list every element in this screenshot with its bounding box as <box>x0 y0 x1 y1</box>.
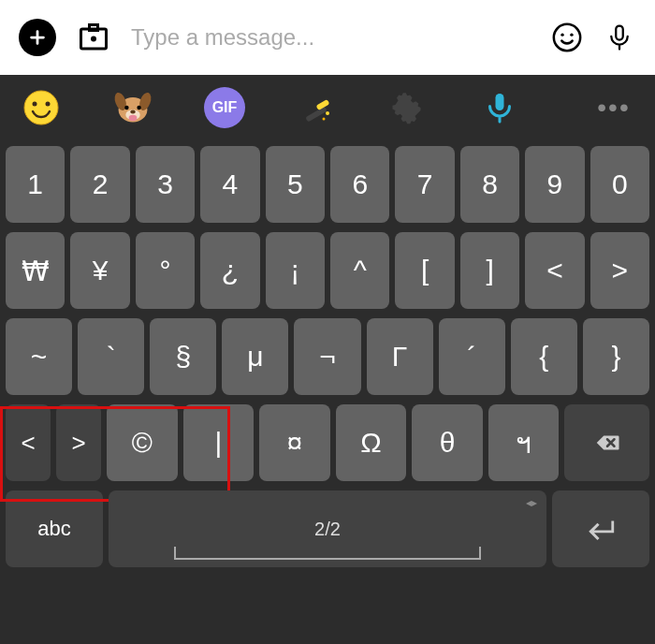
key-lbrace[interactable]: { <box>511 318 577 395</box>
key-lt[interactable]: < <box>525 232 584 309</box>
key-7[interactable]: 7 <box>395 146 454 223</box>
key-caret[interactable]: ^ <box>330 232 389 309</box>
svg-point-22 <box>323 118 326 121</box>
page-prev-key[interactable]: < <box>6 404 51 481</box>
camera-button[interactable] <box>75 19 112 56</box>
svg-point-16 <box>137 106 140 110</box>
key-4[interactable]: 4 <box>200 146 259 223</box>
key-5[interactable]: 5 <box>266 146 325 223</box>
magic-tab[interactable] <box>294 85 339 130</box>
key-won[interactable]: ₩ <box>6 232 65 309</box>
key-gt[interactable]: > <box>590 232 649 309</box>
keyboard-toolbar: GIF ••• <box>0 75 655 140</box>
message-input[interactable] <box>131 19 531 56</box>
svg-point-1 <box>91 37 96 42</box>
camera-icon <box>77 21 110 54</box>
svg-point-21 <box>326 111 329 115</box>
key-degree[interactable]: ° <box>136 232 195 309</box>
abc-key[interactable]: abc <box>6 490 103 567</box>
key-8[interactable]: 8 <box>460 146 519 223</box>
microphone-color-icon <box>483 91 517 124</box>
key-backtick[interactable]: ` <box>78 318 144 395</box>
message-input-bar <box>0 0 655 75</box>
key-2[interactable]: 2 <box>70 146 129 223</box>
svg-point-3 <box>554 24 580 51</box>
key-1[interactable]: 1 <box>6 146 65 223</box>
enter-icon <box>585 513 617 545</box>
emoji-button[interactable] <box>550 21 584 54</box>
key-0[interactable]: 0 <box>590 146 649 223</box>
key-currency[interactable]: ¤ <box>259 404 330 481</box>
backspace-key[interactable] <box>564 404 649 481</box>
keyboard-area: GIF ••• 1 2 3 4 5 6 7 8 9 <box>0 75 655 644</box>
key-rbrace[interactable]: } <box>583 318 649 395</box>
smile-icon <box>551 22 583 53</box>
svg-point-15 <box>124 106 128 110</box>
key-mu[interactable]: μ <box>222 318 288 395</box>
svg-point-5 <box>570 33 573 36</box>
key-9[interactable]: 9 <box>525 146 584 223</box>
key-row-3: ~ ` § μ ¬ Γ ´ { } <box>6 318 649 395</box>
keyboard-keys: 1 2 3 4 5 6 7 8 9 0 ₩ ¥ ° ¿ ¡ ^ [ ] < > … <box>0 140 655 644</box>
svg-point-17 <box>130 110 136 113</box>
voice-tab[interactable] <box>477 85 522 130</box>
gif-tab[interactable]: GIF <box>202 85 247 130</box>
svg-rect-6 <box>616 26 623 40</box>
microphone-button[interactable] <box>603 21 636 54</box>
key-section[interactable]: § <box>150 318 216 395</box>
key-copyright[interactable]: © <box>107 404 178 481</box>
key-acute[interactable]: ´ <box>439 318 505 395</box>
microphone-icon <box>605 23 633 51</box>
key-rbracket[interactable]: ] <box>460 232 519 309</box>
key-3[interactable]: 3 <box>136 146 195 223</box>
svg-point-10 <box>46 102 51 107</box>
key-row-1: 1 2 3 4 5 6 7 8 9 0 <box>6 146 649 223</box>
backspace-icon <box>593 429 621 457</box>
svg-rect-23 <box>496 94 504 110</box>
spacebar-key[interactable]: ◂▸ 2/2 <box>109 490 546 567</box>
plus-icon <box>27 27 48 48</box>
svg-point-9 <box>33 102 37 107</box>
key-yen[interactable]: ¥ <box>70 232 129 309</box>
key-theta[interactable]: θ <box>412 404 483 481</box>
key-omega[interactable]: Ω <box>336 404 407 481</box>
magic-wand-icon <box>298 89 335 126</box>
key-row-5: abc ◂▸ 2/2 <box>6 490 649 567</box>
gear-icon <box>391 91 425 124</box>
key-lbracket[interactable]: [ <box>395 232 454 309</box>
add-button[interactable] <box>19 19 56 56</box>
emoji-tab[interactable] <box>19 85 64 130</box>
page-next-key[interactable]: > <box>56 404 101 481</box>
svg-point-18 <box>129 115 138 122</box>
key-gamma[interactable]: Γ <box>367 318 433 395</box>
svg-point-4 <box>560 33 563 36</box>
space-bracket-icon <box>174 547 481 560</box>
key-inverted-question[interactable]: ¿ <box>200 232 259 309</box>
space-arrows: ◂▸ <box>526 496 537 509</box>
key-tilde[interactable]: ~ <box>6 318 72 395</box>
sticker-tab[interactable] <box>110 85 155 130</box>
smiley-face-icon <box>22 89 60 126</box>
key-row-2: ₩ ¥ ° ¿ ¡ ^ [ ] < > <box>6 232 649 309</box>
dog-sticker-icon <box>112 87 153 128</box>
settings-tab[interactable] <box>386 85 430 130</box>
key-inverted-exclaim[interactable]: ¡ <box>266 232 325 309</box>
gif-icon: GIF <box>204 87 245 128</box>
key-thai[interactable]: ฯ <box>488 404 560 481</box>
more-tab[interactable]: ••• <box>591 85 636 130</box>
key-pipe[interactable]: | <box>183 404 255 481</box>
key-6[interactable]: 6 <box>330 146 389 223</box>
enter-key[interactable] <box>552 490 649 567</box>
key-row-4: < > © | ¤ Ω θ ฯ <box>6 404 649 481</box>
page-indicator: 2/2 <box>314 519 341 540</box>
key-not[interactable]: ¬ <box>294 318 360 395</box>
